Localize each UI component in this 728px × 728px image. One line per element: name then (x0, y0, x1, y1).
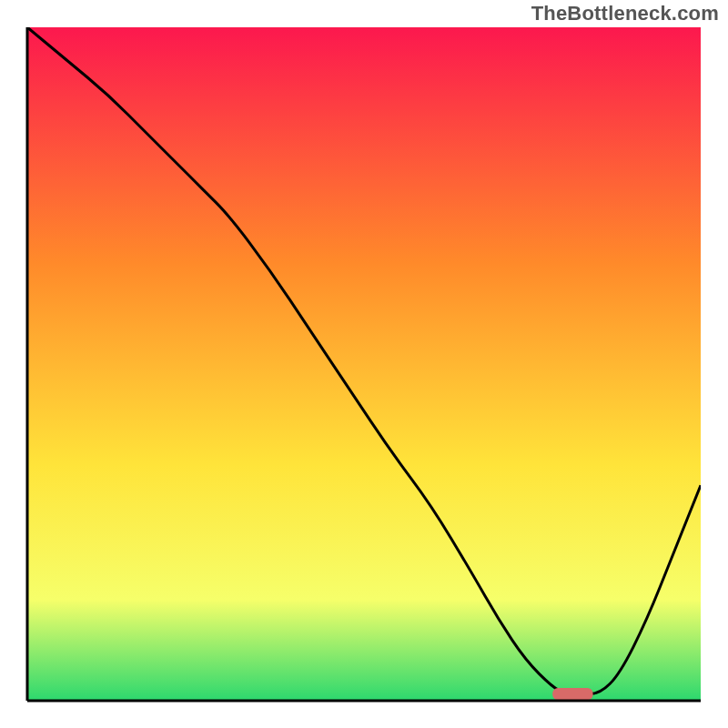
gradient-background (27, 27, 701, 701)
chart-container: TheBottleneck.com (0, 0, 728, 728)
watermark-text: TheBottleneck.com (531, 2, 719, 25)
bottleneck-plot (0, 0, 728, 728)
optimum-marker (552, 688, 592, 700)
